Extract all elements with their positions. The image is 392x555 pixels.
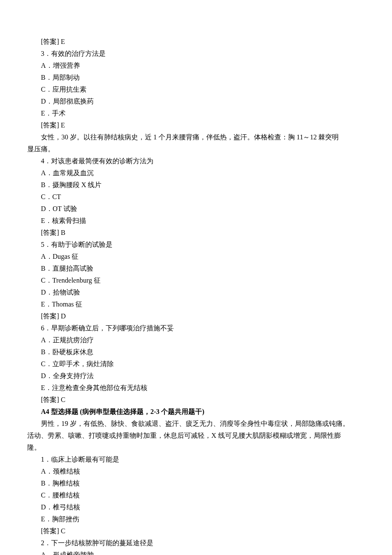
option-c: C．Trendelenburg 征 (27, 275, 365, 286)
document-body: [答案] E 3．有效的治疗方法是 A．增强营养 B．局部制动 C．应用抗生素 … (27, 36, 365, 555)
option-a: A．颈椎结核 (27, 465, 365, 477)
option-b: B．卧硬板床休息 (27, 346, 365, 358)
question-2: 2．下一步结核脓肿可能的蔓延途径是 (27, 537, 365, 549)
question-6: 6．早期诊断确立后，下列哪项治疗措施不妥 (27, 322, 365, 334)
option-a: A．血常规及血沉 (27, 167, 365, 179)
question-1: 1．临床上诊断最有可能是 (27, 454, 365, 465)
option-e: E．胸部挫伤 (27, 513, 365, 525)
option-e: E．核素骨扫描 (27, 215, 365, 227)
option-c: C．立即手术，病灶清除 (27, 358, 365, 370)
option-c: C．应用抗生素 (27, 84, 365, 95)
question-3: 3．有效的治疗方法是 (27, 48, 365, 60)
option-b: B．胸椎结核 (27, 477, 365, 489)
question-5: 5．有助于诊断的试验是 (27, 239, 365, 251)
option-d: D．局部彻底换药 (27, 95, 365, 107)
option-e: E．手术 (27, 107, 365, 119)
option-b: B．摄胸腰段 X 线片 (27, 179, 365, 191)
option-a: A．Dugas 征 (27, 251, 365, 263)
option-a: A．形成椎旁脓肿 (27, 549, 365, 555)
option-d: D．拾物试验 (27, 286, 365, 298)
option-e: E．注意枪查全身其他部位有无结核 (27, 382, 365, 394)
answer-line: [答案] E (27, 119, 365, 131)
option-d: D．OT 试验 (27, 203, 365, 215)
option-c: C．腰椎结核 (27, 489, 365, 501)
case-stem-cont: 隆。 (27, 442, 365, 454)
option-a: A．正规抗痨治疗 (27, 334, 365, 346)
section-heading-a4: A4 型选择题 (病例串型最佳选择题，2-3 个题共用题干) (27, 406, 365, 418)
case-stem-cont: 活动、劳累、咳嗽、打喷嚏或持重物时加重，休息后可减轻，X 线可见腰大肌阴影模糊或… (27, 430, 365, 442)
option-c: C．CT (27, 191, 365, 203)
case-stem: 男性，19 岁，有低热、脉快、食欲减退、盗汗、疲乏无力、消瘦等全身性中毒症状，局… (27, 418, 365, 430)
option-b: B．局部制动 (27, 72, 365, 84)
option-a: A．增强营养 (27, 60, 365, 72)
option-e: E．Thomas 征 (27, 298, 365, 310)
case-stem-cont: 显压痛。 (27, 143, 365, 155)
answer-line: [答案] C (27, 394, 365, 406)
question-4: 4．对该患者最简便有效的诊断方法为 (27, 155, 365, 167)
answer-line: [答案] B (27, 227, 365, 239)
answer-line: [答案] E (27, 36, 365, 48)
option-b: B．直腿抬高试验 (27, 263, 365, 275)
option-d: D．全身支持疗法 (27, 370, 365, 382)
answer-line: [答案] C (27, 525, 365, 537)
case-stem: 女性，30 岁。以往有肺结核病史，近 1 个月来腰背痛，伴低热，盗汗。体格检查：… (27, 131, 365, 143)
option-d: D．椎弓结核 (27, 501, 365, 513)
answer-line: [答案] D (27, 310, 365, 322)
